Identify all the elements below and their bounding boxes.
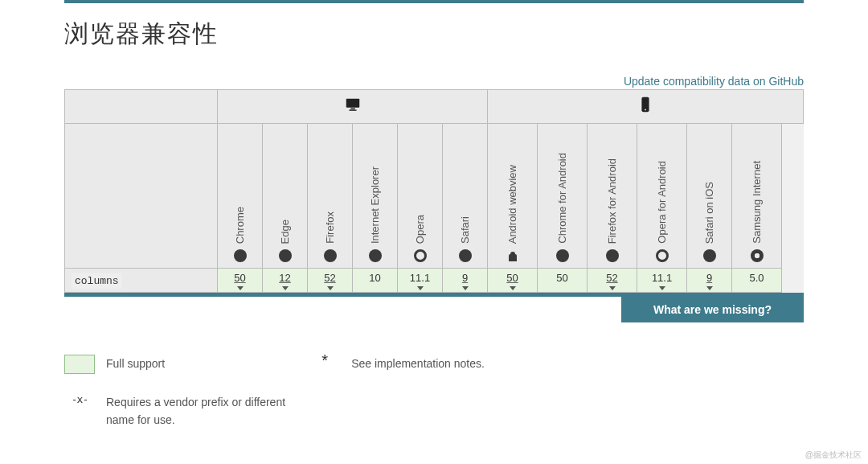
support-cell: 10 <box>353 269 398 293</box>
browser-header-safari: Safari <box>443 124 488 269</box>
browser-header-row: ChromeEdgeFirefoxInternet ExplorerOperaS… <box>65 124 804 269</box>
browser-header-firefox-for-android: Firefox for Android <box>588 124 637 269</box>
opera-icon <box>414 249 427 262</box>
expand-caret-icon <box>282 286 289 290</box>
update-link[interactable]: Update compatibility data on GitHub <box>624 75 804 88</box>
browser-header-internet-explorer: Internet Explorer <box>353 124 398 269</box>
expand-caret-icon <box>462 286 469 290</box>
browser-header-safari-on-ios: Safari on iOS <box>687 124 732 269</box>
expand-caret-icon <box>609 286 616 290</box>
watermark: @掘金技术社区 <box>805 450 862 461</box>
feature-row: columns 5012521011.1950505211.195.0 <box>65 269 804 293</box>
svg-point-4 <box>645 109 646 111</box>
browser-header-android-webview: Android webview <box>488 124 538 269</box>
svg-rect-0 <box>346 99 359 108</box>
browser-header-opera: Opera <box>398 124 443 269</box>
expand-caret-icon <box>706 286 713 290</box>
android-icon <box>507 250 518 261</box>
expand-caret-icon <box>659 286 665 290</box>
support-value: 9 <box>706 272 712 284</box>
browser-label: Android webview <box>506 165 518 244</box>
chrome-icon <box>556 249 569 262</box>
feature-name-cell: columns <box>65 269 218 293</box>
legend-notes: * See implementation notes. <box>309 355 485 374</box>
browser-label: Samsung Internet <box>751 161 763 244</box>
safari-icon <box>703 249 716 262</box>
missing-button[interactable]: What are we missing? <box>621 297 804 322</box>
support-value: 50 <box>556 272 567 284</box>
platform-desktop <box>218 90 488 124</box>
support-cell[interactable]: 50 <box>218 269 263 293</box>
platform-mobile <box>488 90 804 124</box>
samsung-icon <box>751 249 764 262</box>
browser-header-opera-for-android: Opera for Android <box>637 124 687 269</box>
legend-notes-text: See implementation notes. <box>351 355 485 372</box>
support-cell[interactable]: 12 <box>263 269 308 293</box>
chrome-icon <box>234 249 247 262</box>
full-support-swatch <box>64 355 95 374</box>
support-value: 11.1 <box>410 272 430 284</box>
support-value: 10 <box>369 272 380 284</box>
support-value: 52 <box>324 272 335 284</box>
expand-caret-icon <box>510 286 516 290</box>
compat-table: ChromeEdgeFirefoxInternet ExplorerOperaS… <box>64 89 804 293</box>
browser-label: Edge <box>279 220 291 244</box>
ie-icon <box>369 249 382 262</box>
firefox-icon <box>606 249 619 262</box>
opera-icon <box>656 249 669 262</box>
top-divider <box>64 0 804 3</box>
support-cell[interactable]: 52 <box>588 269 637 293</box>
platform-header-row <box>65 90 804 124</box>
browser-header-chrome: Chrome <box>218 124 263 269</box>
support-value: 5.0 <box>749 272 764 284</box>
browser-header-samsung-internet: Samsung Internet <box>732 124 782 269</box>
legend: Full support * See implementation notes.… <box>64 322 804 429</box>
browser-label: Safari <box>459 216 471 244</box>
support-value: 50 <box>234 272 245 284</box>
prefix-icon: -x- <box>64 393 95 405</box>
support-value: 9 <box>462 272 468 284</box>
browser-header-edge: Edge <box>263 124 308 269</box>
support-cell[interactable]: 50 <box>488 269 538 293</box>
browser-header-chrome-for-android: Chrome for Android <box>538 124 588 269</box>
support-cell: 5.0 <box>732 269 782 293</box>
browser-header-firefox: Firefox <box>308 124 353 269</box>
browser-label: Safari on iOS <box>703 182 715 244</box>
expand-caret-icon <box>237 286 244 290</box>
feature-column-header <box>65 90 218 124</box>
support-value: 52 <box>606 272 617 284</box>
desktop-icon <box>344 96 362 117</box>
svg-rect-2 <box>349 109 356 110</box>
safari-icon <box>459 249 472 262</box>
legend-full-support-text: Full support <box>106 355 165 372</box>
support-cell: 50 <box>538 269 588 293</box>
browser-label: Chrome <box>234 207 246 244</box>
asterisk-icon: * <box>309 355 340 366</box>
legend-full-support: Full support <box>64 355 165 374</box>
support-cell[interactable]: 9 <box>687 269 732 293</box>
browser-label: Opera <box>414 215 426 244</box>
support-cell[interactable]: 52 <box>308 269 353 293</box>
section-title: 浏览器兼容性 <box>64 18 804 51</box>
support-cell[interactable]: 11.1 <box>637 269 687 293</box>
browser-label: Firefox for Android <box>606 158 618 244</box>
browser-feature-column-header <box>65 124 218 269</box>
legend-prefix-text: Requires a vendor prefix or different na… <box>106 393 315 429</box>
support-value: 11.1 <box>652 272 672 284</box>
svg-rect-1 <box>350 109 355 109</box>
firefox-icon <box>324 249 337 262</box>
edge-icon <box>279 249 292 262</box>
legend-prefix: -x- Requires a vendor prefix or differen… <box>64 393 804 429</box>
support-cell[interactable]: 11.1 <box>398 269 443 293</box>
browser-label: Firefox <box>324 211 336 244</box>
browser-label: Internet Explorer <box>369 166 381 244</box>
support-cell[interactable]: 9 <box>443 269 488 293</box>
browser-label: Chrome for Android <box>556 153 568 244</box>
expand-caret-icon <box>327 286 334 290</box>
support-value: 12 <box>279 272 290 284</box>
support-value: 50 <box>506 272 518 284</box>
mobile-icon <box>637 96 654 117</box>
browser-label: Opera for Android <box>656 161 668 244</box>
feature-code: columns <box>72 273 122 289</box>
expand-caret-icon <box>417 286 424 290</box>
